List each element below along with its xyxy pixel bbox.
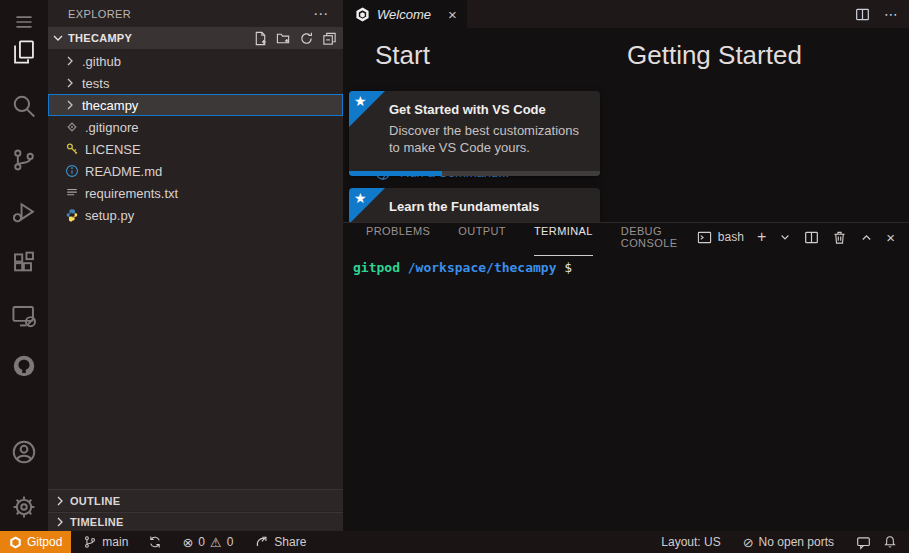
chevron-right-icon [62,75,79,91]
panel-header: PROBLEMS OUTPUT TERMINAL DEBUG CONSOLE b… [343,223,909,251]
new-file-icon[interactable] [253,31,268,46]
branch-status-item[interactable]: main [77,531,134,553]
shell-selector[interactable]: bash [697,230,744,245]
circle-slash-icon: ⊘ [743,536,754,549]
extensions-icon[interactable] [0,244,48,284]
terminal-viewport[interactable]: gitpod /workspace/thecampy $ [343,251,909,521]
chevron-down-icon [50,30,66,46]
account-icon[interactable] [0,432,48,472]
terminal-icon [697,230,712,245]
new-folder-icon[interactable] [276,31,291,46]
split-terminal-icon[interactable] [804,230,819,245]
new-terminal-icon[interactable]: + [757,229,766,245]
tree-item-setup-py[interactable]: setup.py [48,204,343,226]
python-file-icon [65,208,82,222]
tab-close-icon[interactable]: × [448,7,457,22]
editor-actions: ⋯ [855,0,899,28]
text-file-icon [65,186,82,200]
sync-icon [148,535,162,549]
prompt-user: gitpod [353,260,400,275]
notifications-item[interactable] [877,531,903,553]
problems-status-item[interactable]: ⊗ 0 ⚠ 0 [176,531,239,553]
section-header-thecampy[interactable]: THECAMPY [48,27,343,49]
gitpod-tab-icon [355,7,370,22]
progress-track [349,171,600,176]
bottom-panel: PROBLEMS OUTPUT TERMINAL DEBUG CONSOLE b… [343,222,909,531]
error-icon: ⊗ [182,536,193,549]
start-heading: Start [375,40,625,71]
tab-debug-console[interactable]: DEBUG CONSOLE [621,218,697,256]
refresh-icon[interactable] [299,31,314,46]
section-header-outline[interactable]: OUTLINE [48,489,343,511]
sidebar-explorer: EXPLORER ⋯ THECAMPY .github tests [48,0,343,531]
feedback-icon [856,535,871,550]
collapse-all-icon[interactable] [322,31,337,46]
tree-item-requirements[interactable]: requirements.txt [48,182,343,204]
tree-item-github[interactable]: .github [48,50,343,72]
warning-icon: ⚠ [210,536,222,549]
kill-terminal-trash-icon[interactable] [832,230,847,245]
info-file-icon [65,164,82,178]
editor-group: Welcome × ⋯ Start New File... Open F [343,0,909,222]
sync-status-item[interactable] [142,531,168,553]
gitpod-status-item[interactable]: Gitpod [0,531,71,553]
tab-problems[interactable]: PROBLEMS [366,218,430,256]
chevron-right-icon [62,97,79,113]
tree-item-thecampy[interactable]: thecampy [48,94,343,116]
status-bar: Gitpod main ⊗ 0 ⚠ 0 Share Layout: US ⊘ N… [0,531,909,553]
card-learn-fundamentals[interactable]: ★ Learn the Fundamentals Jump right into… [349,188,600,222]
run-and-debug-icon[interactable] [0,192,48,232]
panel-tabs: PROBLEMS OUTPUT TERMINAL DEBUG CONSOLE [366,218,697,256]
more-actions-icon[interactable]: ⋯ [884,6,899,22]
tree-item-license[interactable]: LICENSE [48,138,343,160]
tab-label: Welcome [377,7,431,22]
panel-actions: bash + × [697,229,909,245]
tab-welcome[interactable]: Welcome × [343,0,467,28]
split-editor-icon[interactable] [855,7,870,22]
getting-started-heading: Getting Started [627,40,887,71]
section-label: THECAMPY [68,32,132,44]
share-status-item[interactable]: Share [249,531,312,553]
remote-explorer-icon[interactable] [0,296,48,336]
chevron-down-icon[interactable] [779,231,791,243]
prompt-symbol: $ [564,260,572,275]
search-icon[interactable] [0,86,48,126]
tree-item-readme[interactable]: README.md [48,160,343,182]
close-panel-icon[interactable]: × [886,230,895,245]
settings-gear-icon[interactable] [0,487,48,527]
git-file-icon [65,120,82,134]
section-actions [253,31,337,46]
git-branch-icon [83,535,97,549]
more-actions-icon[interactable]: ⋯ [313,5,329,23]
star-icon: ★ [354,190,367,206]
section-header-timeline[interactable]: TIMELINE [48,512,343,531]
getting-started-section: Getting Started [627,40,887,71]
feedback-item[interactable] [850,531,877,553]
ports-status-item[interactable]: ⊘ No open ports [737,531,840,553]
card-progress-fill [349,171,442,176]
vscode-window: EXPLORER ⋯ THECAMPY .github tests [0,0,909,553]
tab-output[interactable]: OUTPUT [458,218,506,256]
github-icon[interactable] [0,346,48,386]
keyboard-layout-item[interactable]: Layout: US [655,531,726,553]
file-tree: .github tests thecampy .gitignore LICENS… [48,50,343,226]
star-icon: ★ [354,93,367,109]
prompt-path: /workspace/thecampy [408,260,557,275]
sidebar-header: EXPLORER ⋯ [48,0,343,27]
maximize-panel-icon[interactable] [860,231,873,244]
source-control-icon[interactable] [0,140,48,180]
status-bar-right: Layout: US ⊘ No open ports [655,531,909,553]
card-get-started[interactable]: ★ Get Started with VS Code Discover the … [349,91,600,176]
gitpod-logo-icon [9,536,22,549]
tree-item-gitignore[interactable]: .gitignore [48,116,343,138]
live-share-icon [255,535,269,549]
chevron-right-icon [52,493,68,509]
chevron-right-icon [62,53,79,69]
bell-icon [883,535,897,549]
explorer-icon[interactable] [0,32,48,72]
welcome-page: Start New File... Open File... Open Fold… [343,28,909,222]
tab-terminal[interactable]: TERMINAL [534,218,593,256]
activity-bar [0,0,48,531]
tree-item-tests[interactable]: tests [48,72,343,94]
chevron-right-icon [52,514,68,530]
